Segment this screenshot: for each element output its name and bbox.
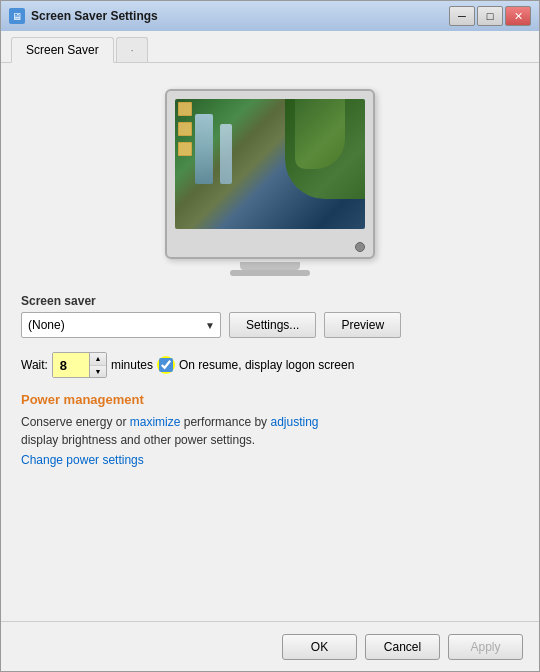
window-icon: 🖥 bbox=[9, 8, 25, 24]
window-title: Screen Saver Settings bbox=[31, 9, 449, 23]
window: 🖥 Screen Saver Settings ─ □ ✕ Screen Sav… bbox=[0, 0, 540, 672]
screen-saver-controls: (None) Bubbles Mystify Photos Ribbons Bl… bbox=[21, 312, 519, 338]
maximize-highlight: maximize bbox=[130, 415, 181, 429]
desktop-icon-2 bbox=[178, 122, 192, 136]
tab-bar: Screen Saver · bbox=[1, 31, 539, 63]
screen-saver-label: Screen saver bbox=[21, 294, 519, 308]
power-heading: Power management bbox=[21, 392, 519, 407]
power-description: Conserve energy or maximize performance … bbox=[21, 413, 519, 449]
preview-button[interactable]: Preview bbox=[324, 312, 401, 338]
settings-button[interactable]: Settings... bbox=[229, 312, 316, 338]
desktop-icons bbox=[178, 102, 192, 156]
close-button[interactable]: ✕ bbox=[505, 6, 531, 26]
change-power-settings-link[interactable]: Change power settings bbox=[21, 453, 144, 467]
monitor-screen bbox=[175, 99, 365, 229]
title-bar: 🖥 Screen Saver Settings ─ □ ✕ bbox=[1, 1, 539, 31]
monitor-frame bbox=[165, 89, 375, 259]
tab-dot[interactable]: · bbox=[116, 37, 149, 62]
logon-screen-checkbox[interactable] bbox=[159, 358, 173, 372]
monitor-foot bbox=[230, 270, 310, 276]
desktop-icon-3 bbox=[178, 142, 192, 156]
minimize-button[interactable]: ─ bbox=[449, 6, 475, 26]
maximize-button[interactable]: □ bbox=[477, 6, 503, 26]
wait-input-group: ▲ ▼ bbox=[52, 352, 107, 378]
spinner-up-button[interactable]: ▲ bbox=[90, 353, 106, 366]
power-management-section: Power management Conserve energy or maxi… bbox=[21, 392, 519, 467]
waterfall-left bbox=[195, 114, 213, 184]
screen-saver-dropdown-wrapper: (None) Bubbles Mystify Photos Ribbons Bl… bbox=[21, 312, 221, 338]
spinner-down-button[interactable]: ▼ bbox=[90, 366, 106, 378]
screen-saver-section: Screen saver (None) Bubbles Mystify Phot… bbox=[21, 294, 519, 338]
adjusting-highlight: adjusting bbox=[270, 415, 318, 429]
content-area: Screen saver (None) Bubbles Mystify Phot… bbox=[1, 63, 539, 621]
monitor-preview bbox=[21, 79, 519, 280]
monitor-power-button bbox=[355, 242, 365, 252]
wait-label: Wait: bbox=[21, 358, 48, 372]
screen-saver-dropdown[interactable]: (None) Bubbles Mystify Photos Ribbons Bl… bbox=[21, 312, 221, 338]
cancel-button[interactable]: Cancel bbox=[365, 634, 440, 660]
foliage-center bbox=[295, 99, 345, 169]
spinner-group: ▲ ▼ bbox=[89, 353, 106, 377]
apply-button[interactable]: Apply bbox=[448, 634, 523, 660]
monitor-base bbox=[240, 262, 300, 270]
checkbox-label: On resume, display logon screen bbox=[179, 358, 354, 372]
footer: OK Cancel Apply bbox=[1, 621, 539, 671]
checkbox-highlight bbox=[157, 356, 175, 374]
minutes-label: minutes bbox=[111, 358, 153, 372]
desktop-icon-1 bbox=[178, 102, 192, 116]
wait-input[interactable] bbox=[53, 353, 89, 377]
ok-button[interactable]: OK bbox=[282, 634, 357, 660]
title-bar-buttons: ─ □ ✕ bbox=[449, 6, 531, 26]
waterfall-right bbox=[220, 124, 232, 184]
wait-row: Wait: ▲ ▼ minutes On resume, display log… bbox=[21, 352, 519, 378]
tab-screen-saver[interactable]: Screen Saver bbox=[11, 37, 114, 63]
